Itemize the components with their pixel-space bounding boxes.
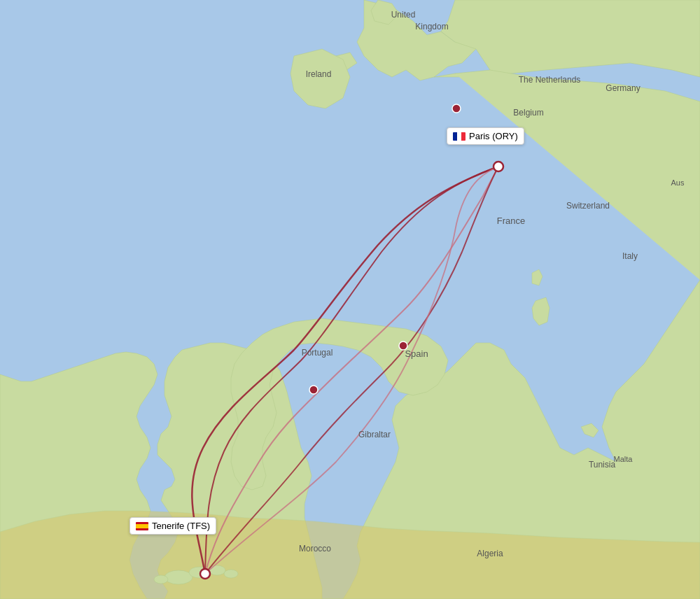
svg-text:Aus: Aus [671,178,685,187]
svg-text:Gibraltar: Gibraltar [358,430,391,439]
svg-text:Belgium: Belgium [513,108,543,118]
svg-point-10 [200,569,210,579]
svg-text:Ireland: Ireland [306,69,332,79]
svg-text:Portugal: Portugal [302,348,333,358]
svg-text:Malta: Malta [614,455,634,463]
svg-text:Spain: Spain [405,348,428,359]
svg-point-5 [154,575,168,584]
svg-point-1 [164,570,192,584]
svg-text:France: France [497,216,525,226]
svg-point-6 [452,104,461,113]
svg-text:Morocco: Morocco [299,544,331,554]
svg-text:Algeria: Algeria [477,549,503,558]
svg-text:The Netherlands: The Netherlands [519,75,581,85]
svg-text:Switzerland: Switzerland [566,201,610,211]
svg-point-9 [493,162,503,171]
svg-text:Germany: Germany [606,83,640,93]
svg-point-4 [224,570,238,578]
svg-text:Tunisia: Tunisia [589,460,616,470]
map-container: United Kingdom Ireland The Netherlands B… [0,0,700,599]
svg-text:Italy: Italy [622,251,638,261]
svg-text:United: United [391,10,416,20]
svg-point-7 [309,386,318,394]
svg-text:Kingdom: Kingdom [415,22,448,31]
